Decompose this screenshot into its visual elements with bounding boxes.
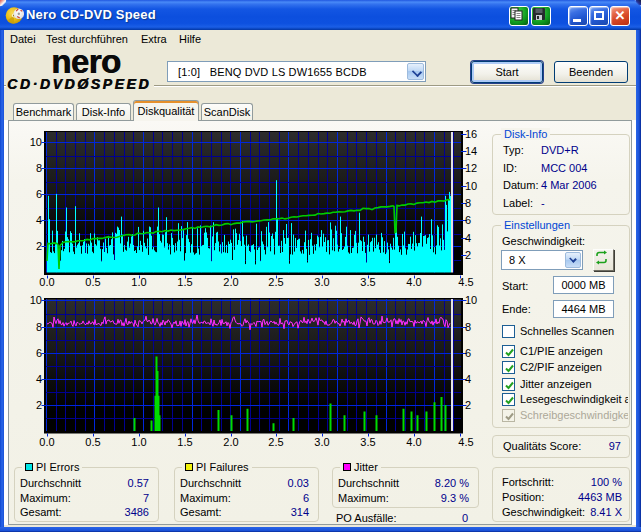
svg-text:3.5: 3.5 (360, 436, 375, 448)
svg-text:4: 4 (465, 232, 471, 244)
svg-text:6: 6 (36, 347, 42, 359)
svg-text:3.0: 3.0 (314, 276, 329, 288)
svg-text:1.5: 1.5 (177, 436, 192, 448)
svg-text:14: 14 (465, 145, 477, 157)
svg-text:8: 8 (465, 197, 471, 209)
svg-text:1.0: 1.0 (131, 436, 146, 448)
svg-text:0.0: 0.0 (39, 436, 54, 448)
svg-text:3.5: 3.5 (360, 276, 375, 288)
svg-text:8: 8 (465, 321, 471, 333)
svg-text:10: 10 (30, 294, 42, 306)
svg-text:2.5: 2.5 (268, 276, 283, 288)
svg-text:4.5: 4.5 (458, 276, 473, 288)
svg-text:10: 10 (30, 136, 42, 148)
svg-text:8: 8 (36, 162, 42, 174)
svg-text:4.0: 4.0 (406, 276, 421, 288)
svg-text:2.0: 2.0 (223, 276, 238, 288)
svg-text:4: 4 (36, 373, 42, 385)
svg-text:2: 2 (465, 249, 471, 261)
svg-text:0.5: 0.5 (85, 276, 100, 288)
svg-text:2: 2 (36, 399, 42, 411)
svg-text:2: 2 (465, 399, 471, 411)
svg-text:1.0: 1.0 (131, 276, 146, 288)
svg-text:12: 12 (465, 162, 477, 174)
svg-text:4: 4 (465, 373, 471, 385)
svg-text:3.0: 3.0 (314, 436, 329, 448)
svg-text:2: 2 (36, 240, 42, 252)
svg-text:6: 6 (36, 188, 42, 200)
svg-text:6: 6 (465, 347, 471, 359)
svg-text:1.5: 1.5 (177, 276, 192, 288)
svg-text:4.0: 4.0 (406, 436, 421, 448)
svg-text:16: 16 (465, 128, 477, 140)
svg-text:6: 6 (465, 214, 471, 226)
svg-text:2.0: 2.0 (223, 436, 238, 448)
svg-text:10: 10 (465, 180, 477, 192)
svg-text:0.0: 0.0 (39, 276, 54, 288)
svg-text:8: 8 (36, 321, 42, 333)
svg-text:0.5: 0.5 (85, 436, 100, 448)
svg-text:2.5: 2.5 (268, 436, 283, 448)
svg-text:10: 10 (465, 294, 477, 306)
svg-text:4: 4 (36, 214, 42, 226)
svg-text:4.5: 4.5 (458, 436, 473, 448)
